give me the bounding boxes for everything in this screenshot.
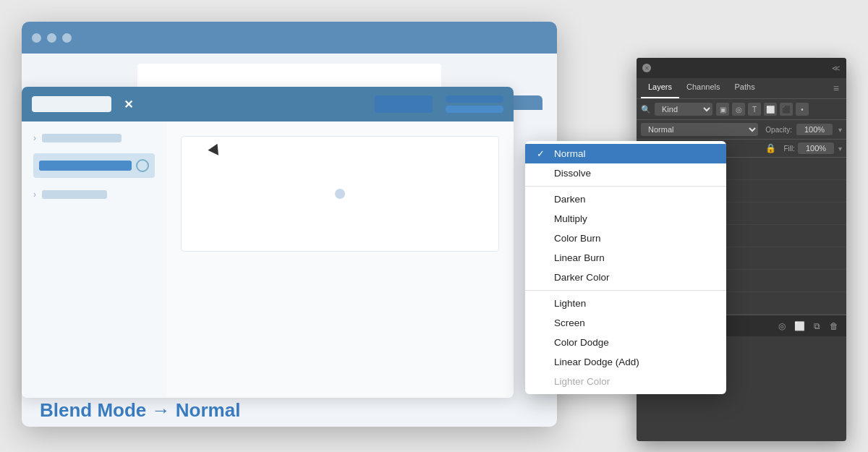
inner-action-bar2 [446,106,503,113]
ps-opacity-arrow[interactable]: ▾ [838,126,842,134]
blend-label-lighten: Lighten [554,298,715,309]
blend-item-linear-burn[interactable]: Linear Burn [525,248,726,268]
search-small-icon: 🔍 [641,105,651,114]
blend-mode-dropdown: ✓ Normal Dissolve Darken Multiply Color … [525,141,726,394]
inner-sidebar: › › [22,121,166,398]
blend-label-darken: Darken [554,194,715,205]
sidebar-arrow-2: › [33,189,36,200]
inner-action-bar1 [446,95,503,103]
inner-window: ✕ › › [22,87,514,398]
traffic-light-red[interactable] [32,33,41,43]
ps-kind-select[interactable]: Kind [655,103,712,116]
ps-filter-text-icon[interactable]: T [748,103,761,116]
ps-filter-adjust-icon[interactable]: ◎ [732,103,745,116]
ps-filter-pixel-icon[interactable]: ▣ [716,103,729,116]
blend-item-dissolve[interactable]: Dissolve [525,163,726,183]
blend-item-color-dodge[interactable]: Color Dodge [525,333,726,352]
content-dot [335,189,345,199]
blend-label-darker-color: Darker Color [554,272,715,283]
blend-label-normal: Normal [554,148,715,159]
blend-label-linear-dodge: Linear Dodge (Add) [554,357,715,367]
ps-filter-shape-icon[interactable]: ⬜ [764,103,777,116]
ps-filter-dot-icon[interactable]: • [796,103,809,116]
sidebar-bar-2 [42,190,107,199]
blend-group-lighten: Lighten Screen Color Dodge Linear Dodge … [525,291,726,394]
blend-item-normal[interactable]: ✓ Normal [525,144,726,163]
main-content-box [181,136,499,252]
sidebar-row-1: › [33,133,155,143]
blend-checkmark-normal: ✓ [537,148,547,159]
blend-item-darken[interactable]: Darken [525,189,726,209]
blend-item-darker-color[interactable]: Darker Color [525,268,726,287]
ps-fill-arrow[interactable]: ▾ [838,145,842,153]
blend-group-darken: Darken Multiply Color Burn Linear Burn D… [525,187,726,291]
search-icon [136,159,149,172]
inner-action-btn1[interactable] [375,95,433,113]
inner-title-pill [32,96,111,112]
blend-group-normal: ✓ Normal Dissolve [525,141,726,187]
blend-label-color-burn: Color Burn [554,233,715,244]
traffic-light-green[interactable] [62,33,72,43]
ps-close-button[interactable]: ✕ [642,64,651,72]
ps-create-layer-icon[interactable]: ⬜ [793,320,806,333]
inner-body: › › [22,121,514,398]
ps-duplicate-layer-icon[interactable]: ⧉ [810,320,823,333]
ps-blend-row: Normal Opacity: 100% ▾ [637,120,846,140]
inner-close-button[interactable]: ✕ [120,96,136,112]
blend-item-multiply[interactable]: Multiply [525,209,726,229]
blend-mode-label: Blend Mode → Normal [40,399,240,422]
sidebar-search-input[interactable] [39,161,132,171]
sidebar-search[interactable] [33,153,155,178]
blend-label-dissolve: Dissolve [554,168,715,179]
blend-label-multiply: Multiply [554,213,715,224]
ps-delete-layer-icon[interactable]: 🗑 [827,320,841,333]
tab-channels[interactable]: Channels [679,78,727,98]
ps-fill-label: Fill: [783,145,795,153]
ps-blend-mode-select[interactable]: Normal [641,123,758,136]
tab-paths[interactable]: Paths [728,78,762,98]
ps-filter-smart-icon[interactable]: ⬛ [780,103,793,116]
ps-tab-menu-icon[interactable]: ≡ [830,78,842,98]
ps-opacity-value[interactable]: 100% [796,124,833,135]
blend-label-lighter-color: Lighter Color [554,376,715,387]
titlebar [22,22,557,54]
ps-panel-header: ✕ ≪ [637,58,846,78]
ps-filter-row: 🔍 Kind ▣ ◎ T ⬜ ⬛ • [637,99,846,120]
sidebar-row-2: › [33,189,155,200]
ps-expand-icon[interactable]: ≪ [832,64,841,73]
ps-filter-icons: ▣ ◎ T ⬜ ⬛ • [716,103,809,116]
blend-item-lighter-color[interactable]: Lighter Color [525,372,726,391]
ps-fill-value[interactable]: 100% [798,142,834,154]
blend-item-screen[interactable]: Screen [525,313,726,333]
inner-main [166,121,514,398]
blend-item-lighten[interactable]: Lighten [525,294,726,313]
inner-titlebar: ✕ [22,87,514,121]
blend-label-color-dodge: Color Dodge [554,337,715,348]
app-search-bar[interactable] [137,64,441,90]
ps-tabs: Layers Channels Paths ≡ [637,78,846,99]
blend-item-linear-dodge[interactable]: Linear Dodge (Add) [525,352,726,372]
ps-create-group-icon[interactable]: ◎ [775,320,788,333]
tab-layers[interactable]: Layers [641,78,679,98]
sidebar-bar-1 [42,134,122,142]
traffic-light-yellow[interactable] [47,33,56,43]
ps-lock-icon: 🔒 [765,143,776,153]
ps-opacity-label: Opacity: [765,126,792,134]
blend-label-screen: Screen [554,317,715,328]
blend-item-color-burn[interactable]: Color Burn [525,229,726,248]
blend-label-linear-burn: Linear Burn [554,252,715,263]
sidebar-arrow-1: › [33,133,36,143]
